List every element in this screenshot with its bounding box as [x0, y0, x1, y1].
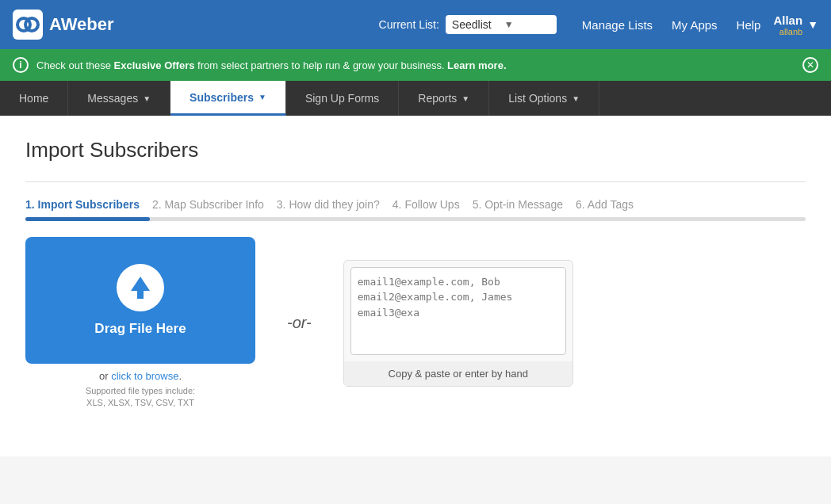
- reports-chevron-icon: ▼: [461, 94, 469, 103]
- aweber-logo-icon: [13, 10, 43, 40]
- messages-chevron-icon: ▼: [143, 94, 151, 103]
- upload-icon-circle: [117, 264, 164, 311]
- upload-section: Drag File Here or click to browse. Suppo…: [25, 237, 806, 410]
- step-5[interactable]: 5. Opt-in Message: [473, 198, 576, 211]
- step-1[interactable]: 1. Import Subscribers: [25, 198, 152, 211]
- exclusive-offers-link[interactable]: Exclusive Offers: [114, 59, 195, 71]
- steps-container: 1. Import Subscribers 2. Map Subscriber …: [25, 198, 806, 221]
- supported-types-text: Supported file types include: XLS, XLSX,…: [86, 385, 195, 410]
- current-list-label: Current List:: [379, 18, 439, 31]
- nav-bar: Home Messages ▼ Subscribers ▼ Sign Up Fo…: [0, 81, 831, 116]
- user-menu[interactable]: Allan allanb ▼: [773, 13, 818, 36]
- browse-text: or click to browse.: [99, 370, 182, 382]
- divider: [25, 181, 806, 182]
- nav-list-options[interactable]: List Options ▼: [489, 81, 599, 116]
- page-title: Import Subscribers: [25, 138, 806, 162]
- nav-home[interactable]: Home: [0, 81, 68, 116]
- step-3[interactable]: 3. How did they join?: [277, 198, 393, 211]
- step-2[interactable]: 2. Map Subscriber Info: [152, 198, 277, 211]
- list-select-chevron-icon: ▼: [504, 19, 550, 30]
- nav-subscribers[interactable]: Subscribers ▼: [170, 81, 286, 116]
- user-name: Allan: [773, 13, 802, 27]
- header-nav: Manage Lists My Apps Help: [582, 18, 761, 32]
- nav-signup-forms[interactable]: Sign Up Forms: [286, 81, 399, 116]
- progress-fill: [25, 217, 150, 221]
- list-options-chevron-icon: ▼: [572, 94, 580, 103]
- info-text: Check out these Exclusive Offers from se…: [36, 59, 507, 71]
- main-content: Import Subscribers 1. Import Subscribers…: [0, 116, 831, 456]
- step-4[interactable]: 4. Follow Ups: [393, 198, 473, 211]
- step-6[interactable]: 6. Add Tags: [576, 198, 646, 211]
- file-upload-dropzone[interactable]: Drag File Here: [25, 237, 255, 364]
- header: AWeber Current List: Seedlist ▼ Manage L…: [0, 0, 831, 49]
- help-link[interactable]: Help: [737, 18, 761, 32]
- drag-file-label: Drag File Here: [94, 321, 186, 337]
- nav-reports[interactable]: Reports ▼: [399, 81, 489, 116]
- or-separator: -or-: [287, 314, 312, 332]
- user-info: Allan allanb: [773, 13, 802, 36]
- upload-arrow-icon: [126, 273, 155, 302]
- list-select-value: Seedlist: [452, 18, 498, 31]
- user-menu-chevron-icon: ▼: [807, 18, 818, 31]
- subscribers-chevron-icon: ▼: [258, 93, 266, 101]
- info-bar-close-button[interactable]: ✕: [802, 57, 818, 73]
- progress-bar: [25, 217, 806, 221]
- current-list-area: Current List: Seedlist ▼: [379, 15, 557, 34]
- paste-textarea[interactable]: [350, 267, 566, 355]
- paste-box: Copy & paste or enter by hand: [343, 260, 573, 387]
- paste-label: Copy & paste or enter by hand: [344, 361, 573, 386]
- click-to-browse-link[interactable]: click to browse: [111, 370, 178, 382]
- svg-marker-2: [131, 277, 150, 299]
- manage-lists-link[interactable]: Manage Lists: [582, 18, 653, 32]
- upload-left: Drag File Here or click to browse. Suppo…: [25, 237, 255, 410]
- logo-area: AWeber: [13, 10, 114, 40]
- nav-messages[interactable]: Messages ▼: [68, 81, 170, 116]
- steps-row: 1. Import Subscribers 2. Map Subscriber …: [25, 198, 806, 211]
- list-select-dropdown[interactable]: Seedlist ▼: [446, 15, 557, 34]
- user-subname: allanb: [779, 27, 802, 36]
- info-bar: i Check out these Exclusive Offers from …: [0, 49, 831, 81]
- learn-more-link[interactable]: Learn more.: [447, 59, 506, 71]
- info-icon: i: [13, 57, 29, 73]
- logo-text: AWeber: [49, 14, 114, 35]
- my-apps-link[interactable]: My Apps: [672, 18, 718, 32]
